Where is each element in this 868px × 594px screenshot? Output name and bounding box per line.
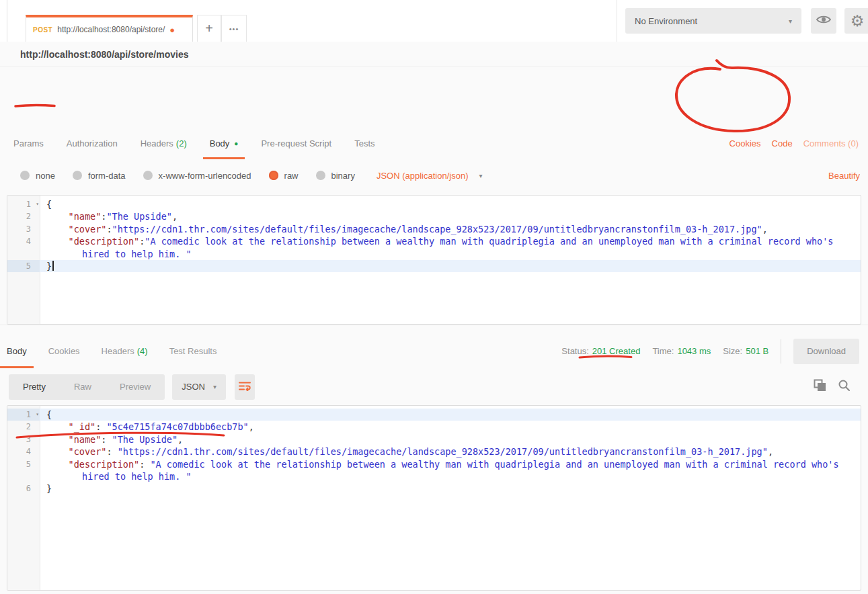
response-tab-test-results-label: Test Results — [169, 346, 217, 356]
code-line: 3 "cover":"https://cdn1.thr.com/sites/de… — [7, 223, 861, 235]
tab-headers-count: (2) — [176, 138, 187, 148]
header-divider — [617, 0, 617, 42]
body-mode-urlencoded-label: x-www-form-urlencoded — [159, 171, 251, 181]
tab-body-label: Body — [210, 138, 230, 148]
body-mode-raw[interactable]: raw — [269, 171, 299, 181]
line-number: 2 — [26, 212, 31, 221]
app-header: POST http://localhost:8080/api/store/ ● … — [0, 0, 868, 42]
response-tab-headers-count: (4) — [137, 346, 148, 356]
fold-icon[interactable]: ▾ — [36, 409, 39, 421]
response-view-switcher: Pretty Raw Preview — [9, 374, 165, 400]
gear-icon: ⚙ — [851, 12, 865, 30]
body-mode-form-data-label: form-data — [88, 171, 126, 181]
download-button[interactable]: Download — [793, 339, 859, 364]
tab-options-button[interactable]: ••• — [221, 15, 247, 42]
request-tab[interactable]: POST http://localhost:8080/api/store/ ● — [26, 15, 193, 42]
response-tab-test-results[interactable]: Test Results — [168, 334, 219, 368]
response-header: Body Cookies Headers (4) Test Results St… — [0, 334, 868, 368]
tab-params[interactable]: Params — [12, 128, 45, 159]
response-format-label: JSON — [182, 382, 205, 392]
line-number: 4 — [26, 447, 31, 456]
response-tab-headers-label: Headers — [102, 346, 134, 356]
beautify-link[interactable]: Beautify — [828, 171, 860, 181]
tab-headers-label: Headers — [141, 138, 173, 148]
environment-selector-label: No Environment — [635, 16, 697, 26]
environment-selector[interactable]: No Environment ▾ — [625, 8, 801, 34]
search-icon[interactable] — [838, 379, 851, 394]
unsaved-changes-dot-icon: ● — [169, 26, 175, 34]
response-body-editor[interactable]: 1▾ { 2 "_id": "5c4e715fa74c07dbbb6ecb7b"… — [7, 405, 861, 591]
tab-authorization[interactable]: Authorization — [65, 128, 119, 159]
body-mode-none[interactable]: none — [20, 171, 55, 181]
line-number: 1 — [26, 410, 31, 419]
radio-icon — [316, 171, 325, 180]
response-format-select[interactable]: JSON ▾ — [172, 374, 226, 400]
body-mode-binary-label: binary — [331, 171, 355, 181]
code-line: 3 "name": "The Upside", — [7, 433, 861, 446]
code-link[interactable]: Code — [772, 138, 793, 148]
line-number: 5 — [26, 261, 31, 271]
tab-params-label: Params — [13, 138, 44, 148]
line-number: 6 — [26, 484, 31, 493]
code-line: 4 "cover": "https://cdn1.thr.com/sites/d… — [7, 446, 861, 458]
settings-button[interactable]: ⚙ — [844, 8, 868, 34]
radio-icon — [143, 171, 153, 180]
response-status-area: Status:201 Created Time:1043 ms Size:501… — [561, 339, 859, 364]
radio-icon — [20, 171, 30, 180]
line-number: 5 — [26, 460, 31, 469]
tab-pre-request-label: Pre-request Script — [261, 138, 331, 148]
eye-icon — [816, 14, 831, 28]
body-mode-binary[interactable]: binary — [316, 171, 355, 181]
environment-quick-look-button[interactable] — [811, 8, 836, 34]
cookies-link[interactable]: Cookies — [729, 138, 761, 148]
view-pretty[interactable]: Pretty — [9, 382, 60, 392]
copy-icon[interactable] — [814, 379, 826, 394]
status-badge: Status:201 Created — [561, 346, 640, 356]
line-number: 1 — [26, 200, 31, 209]
body-mode-form-data[interactable]: form-data — [73, 171, 126, 181]
pane-divider — [7, 0, 7, 42]
chevron-down-icon: ▾ — [213, 383, 216, 390]
fold-icon[interactable]: ▾ — [36, 198, 39, 210]
response-toolbar: Pretty Raw Preview JSON ▾ — [0, 368, 868, 405]
tab-body[interactable]: Body ● — [208, 128, 240, 159]
time-badge: Time:1043 ms — [652, 346, 711, 356]
body-modified-dot-icon: ● — [234, 140, 238, 147]
tab-tests-label: Tests — [354, 138, 374, 148]
radio-icon — [73, 171, 82, 180]
radio-selected-icon — [269, 171, 278, 180]
response-tab-body[interactable]: Body — [5, 334, 28, 368]
wrap-text-button[interactable] — [235, 374, 255, 400]
request-title-row: http://localhost:8080/api/store/movies — [0, 42, 868, 67]
line-number: 3 — [26, 435, 31, 444]
response-tab-cookies-label: Cookies — [48, 346, 80, 356]
code-line: 6 } — [7, 482, 861, 495]
body-mode-urlencoded[interactable]: x-www-form-urlencoded — [143, 171, 251, 181]
tab-tests[interactable]: Tests — [353, 128, 376, 159]
chevron-down-icon: ▾ — [479, 172, 482, 179]
code-line-active: 1▾ { — [7, 409, 861, 421]
request-links: Cookies Code Comments (0) — [729, 128, 859, 159]
tab-url-label: http://localhost:8080/api/store/ — [57, 25, 165, 34]
code-line: 2 "name":"The Upside", — [7, 210, 861, 222]
response-tab-body-label: Body — [7, 346, 27, 356]
tab-authorization-label: Authorization — [67, 138, 118, 148]
text-cursor — [52, 261, 54, 271]
comments-link[interactable]: Comments (0) — [803, 138, 859, 148]
content-type-select[interactable]: JSON (application/json) ▾ — [377, 171, 483, 181]
response-tab-cookies[interactable]: Cookies — [47, 334, 81, 368]
body-mode-raw-label: raw — [284, 171, 299, 181]
line-number: 2 — [26, 422, 31, 431]
response-tools — [814, 379, 851, 394]
response-tab-headers[interactable]: Headers (4) — [100, 334, 149, 368]
tab-headers[interactable]: Headers (2) — [139, 128, 188, 159]
view-preview[interactable]: Preview — [106, 382, 165, 392]
url-builder-row: POST ▾ Send ▾ Save ▾ — [0, 67, 868, 128]
new-tab-button[interactable]: + — [197, 15, 221, 42]
divider — [781, 339, 781, 364]
request-body-editor[interactable]: 1▾ { 2 "name":"The Upside", 3 "cover":"h… — [7, 195, 861, 325]
content-type-label: JSON (application/json) — [377, 171, 469, 181]
tab-pre-request-script[interactable]: Pre-request Script — [260, 128, 333, 159]
view-raw[interactable]: Raw — [60, 382, 106, 392]
request-title: http://localhost:8080/api/store/movies — [20, 49, 189, 60]
